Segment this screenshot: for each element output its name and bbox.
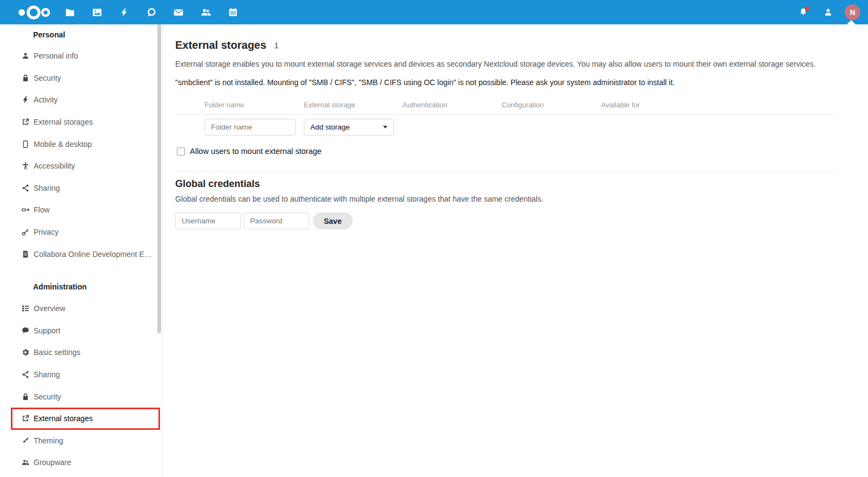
sidebar-item-label: Overview bbox=[34, 304, 73, 313]
smbclient-warning: "smbclient" is not installed. Mounting o… bbox=[175, 78, 835, 87]
app-files[interactable] bbox=[56, 0, 84, 24]
folder-icon bbox=[65, 7, 75, 18]
avatar-menu-caret bbox=[846, 20, 856, 25]
bolt-icon bbox=[119, 8, 129, 17]
sidebar-item-security-personal[interactable]: Security bbox=[0, 67, 162, 89]
sidebar-item-security-admin[interactable]: Security bbox=[0, 385, 162, 408]
contacts-menu-button[interactable] bbox=[820, 0, 836, 24]
sidebar-item-label: Support bbox=[34, 326, 68, 335]
lock-icon bbox=[21, 73, 30, 82]
column-spacer bbox=[175, 98, 205, 114]
sidebar-item-label: Activity bbox=[34, 95, 65, 104]
chat-bubble-icon bbox=[146, 7, 157, 18]
app-photos[interactable] bbox=[84, 0, 111, 24]
save-button[interactable]: Save bbox=[313, 212, 353, 229]
info-icon[interactable]: i bbox=[274, 40, 279, 50]
sidebar-item-external-storages-admin[interactable]: External storages bbox=[11, 408, 160, 430]
allow-users-label[interactable]: Allow users to mount external storage bbox=[190, 147, 322, 156]
external-storages-table: Folder name External storage Authenticat… bbox=[175, 98, 835, 136]
image-icon bbox=[92, 7, 103, 18]
sidebar-section-administration: Administration bbox=[0, 276, 162, 298]
add-storage-selected-value: Add storage bbox=[310, 123, 350, 131]
external-link-icon bbox=[21, 118, 30, 127]
sidebar-item-basic-settings[interactable]: Basic settings bbox=[0, 341, 162, 364]
sidebar-item-label: Sharing bbox=[34, 370, 67, 379]
sidebar-item-label: Basic settings bbox=[34, 348, 88, 357]
sidebar-item-label: External storages bbox=[34, 414, 100, 423]
sidebar-item-external-storages-personal[interactable]: External storages bbox=[0, 111, 162, 133]
speech-bubble-icon bbox=[21, 326, 30, 335]
app-contacts[interactable] bbox=[192, 0, 219, 24]
sidebar-scrollbar[interactable] bbox=[157, 24, 161, 333]
sidebar-item-support[interactable]: Support bbox=[0, 320, 162, 342]
group-icon bbox=[21, 458, 30, 467]
envelope-icon bbox=[173, 7, 184, 18]
app-mail[interactable] bbox=[165, 0, 192, 24]
sidebar-item-collabora[interactable]: Collabora Online Development Edit... bbox=[0, 243, 162, 265]
sidebar-item-label: Flow bbox=[34, 205, 58, 214]
sidebar-item-personal-info[interactable]: Personal info bbox=[0, 45, 162, 67]
sidebar-item-label: Security bbox=[34, 74, 69, 82]
notifications-button[interactable] bbox=[795, 0, 811, 24]
row-spacer bbox=[175, 115, 205, 136]
column-header-folder-name: Folder name bbox=[205, 98, 304, 114]
document-icon bbox=[21, 249, 30, 259]
column-header-external-storage: External storage bbox=[304, 98, 403, 114]
overview-list-icon bbox=[21, 304, 30, 313]
app-talk[interactable] bbox=[138, 0, 165, 24]
sidebar-item-label: Collabora Online Development Edit... bbox=[34, 250, 162, 259]
sidebar-item-label: Security bbox=[34, 392, 69, 401]
nextcloud-logo[interactable] bbox=[16, 4, 51, 21]
app-activity[interactable] bbox=[111, 0, 138, 24]
sidebar-item-label: Groupware bbox=[34, 458, 79, 467]
bolt-icon bbox=[21, 95, 30, 105]
add-storage-select[interactable]: Add storage bbox=[304, 119, 394, 136]
key-icon bbox=[21, 228, 30, 237]
people-icon bbox=[200, 7, 212, 18]
sidebar-item-mobile-desktop[interactable]: Mobile & desktop bbox=[0, 133, 162, 155]
column-header-configuration: Configuration bbox=[502, 98, 601, 114]
sidebar-item-accessibility[interactable]: Accessibility bbox=[0, 155, 162, 177]
sidebar-item-theming[interactable]: Theming bbox=[0, 430, 162, 452]
sidebar-item-label: Mobile & desktop bbox=[34, 140, 99, 149]
app-menu bbox=[56, 0, 246, 24]
calendar-icon bbox=[228, 7, 238, 17]
sidebar-item-privacy[interactable]: Privacy bbox=[0, 221, 162, 243]
sidebar-item-activity[interactable]: Activity bbox=[0, 89, 162, 111]
sidebar-item-label: External storages bbox=[34, 118, 100, 126]
user-icon bbox=[21, 51, 30, 61]
folder-name-input[interactable] bbox=[205, 119, 296, 136]
allow-users-row: Allow users to mount external storage bbox=[177, 147, 835, 156]
share-icon bbox=[21, 183, 30, 192]
app-calendar[interactable] bbox=[219, 0, 246, 24]
username-input[interactable] bbox=[175, 212, 241, 229]
sidebar-item-groupware[interactable]: Groupware bbox=[0, 452, 162, 474]
allow-users-checkbox[interactable] bbox=[177, 147, 185, 156]
external-link-icon bbox=[21, 414, 30, 423]
sidebar-item-sharing-admin[interactable]: Sharing bbox=[0, 364, 162, 386]
sidebar-item-label: Accessibility bbox=[34, 162, 82, 170]
global-credentials-description: Global credentials can be used to authen… bbox=[175, 195, 835, 203]
column-header-available-for: Available for bbox=[601, 98, 835, 114]
sidebar-item-label: Theming bbox=[34, 436, 71, 445]
brush-icon bbox=[21, 436, 30, 445]
notification-dot bbox=[805, 7, 809, 11]
sidebar-item-label: Personal info bbox=[34, 51, 86, 60]
section-divider bbox=[175, 171, 835, 172]
person-icon bbox=[823, 7, 833, 17]
gear-icon bbox=[21, 348, 30, 357]
global-credentials-form: Save bbox=[175, 212, 835, 229]
sidebar-item-label: Privacy bbox=[34, 228, 66, 236]
sidebar-item-sharing-personal[interactable]: Sharing bbox=[0, 177, 162, 199]
header-right-actions: N bbox=[795, 0, 860, 24]
page-title: External storages bbox=[175, 39, 266, 51]
password-input[interactable] bbox=[244, 212, 309, 229]
flow-icon bbox=[21, 205, 30, 215]
sidebar-item-flow[interactable]: Flow bbox=[0, 199, 162, 221]
user-avatar[interactable]: N bbox=[845, 4, 860, 20]
top-header-bar: N bbox=[0, 0, 868, 24]
chevron-down-icon bbox=[383, 126, 387, 128]
sidebar-section-personal: Personal bbox=[0, 24, 162, 45]
sidebar-item-overview[interactable]: Overview bbox=[0, 298, 162, 320]
accessibility-icon bbox=[21, 162, 30, 171]
